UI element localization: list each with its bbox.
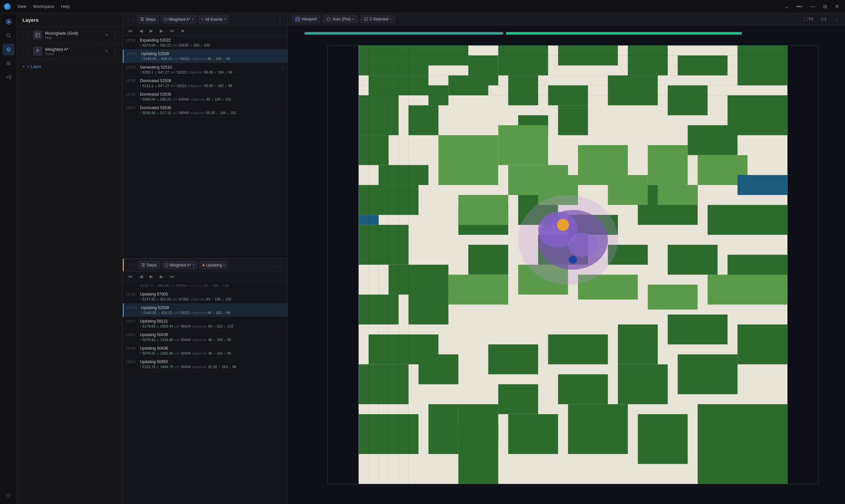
table-row[interactable]: 13755 Dominated 52508 f5113.1 g647.27 pl… (123, 76, 287, 90)
nav-graph-btn[interactable] (3, 71, 15, 83)
panel1-more-btn[interactable]: ⋮ (276, 16, 284, 23)
trace-rows-2: 5136.72 g985.55 pld67904 edgecost83 x188… (123, 282, 287, 504)
steps-icon-2: ☰ (141, 263, 145, 268)
layer-item-trace[interactable]: ⋮⋮ Weighted A* Trace ✕ ⋮ (17, 43, 122, 59)
svg-rect-55 (688, 125, 737, 155)
menu-workspace[interactable]: Workspace (33, 4, 54, 9)
panel2-more-btn[interactable]: ⋮ (276, 262, 284, 269)
events-label-2: Updating (206, 263, 222, 268)
ctrl-next-1[interactable]: ▶ (158, 27, 165, 34)
trace-more-btn[interactable]: ⋮ (111, 48, 119, 54)
row-content: Updating 52509 f5140.05 g628.22 pld53022… (141, 305, 285, 315)
map-canvas[interactable] (328, 45, 818, 484)
table-row[interactable]: 13771 Updating 58121 f5179.68 g2303.44 p… (123, 317, 287, 330)
collapse-btn[interactable]: ⌄ (782, 3, 791, 10)
table-row[interactable]: 13753 Updating 52509 f5140.05 g628.22 pl… (123, 304, 287, 317)
viewport-more-btn[interactable]: ⋮ (832, 16, 841, 23)
table-row[interactable]: 13796 Updating 50438 f5076.91 g1362.86 p… (123, 344, 287, 358)
ctrl-first-2[interactable]: ⏮ (126, 273, 135, 280)
close-btn[interactable]: ✕ (833, 3, 841, 10)
zoom-btn[interactable]: 1:1 (818, 16, 829, 23)
fit-btn[interactable]: ⛶ Fit (801, 16, 816, 23)
svg-rect-66 (488, 344, 538, 374)
table-row[interactable]: 13738 Updating 67905 f5137.82 g921.61 pl… (123, 290, 287, 304)
row-index: 13738 (125, 292, 140, 296)
step-input-2[interactable]: 13753 (179, 274, 196, 279)
svg-rect-73 (618, 364, 668, 404)
add-layer-button[interactable]: + + Layer (17, 61, 122, 72)
svg-rect-72 (558, 374, 608, 404)
ctrl-first-1[interactable]: ⏮ (126, 27, 135, 34)
viewport-toolbar: Viewport Auto (Pixi) ▾ 2 Selected ▾ ⛶ (288, 13, 845, 25)
svg-point-17 (327, 17, 330, 21)
table-row[interactable]: 13757 Dominated 53536 f5036.88 g517.16 p… (123, 104, 287, 117)
ctrl-next-2[interactable]: ▶ (158, 273, 165, 280)
table-row[interactable]: 5136.72 g985.55 pld67904 edgecost83 x188… (123, 282, 287, 290)
map-close-btn[interactable]: ✕ (103, 32, 110, 38)
panel1-drag-handle[interactable]: ⋮⋮ (126, 17, 135, 22)
menu-help[interactable]: Help (61, 4, 70, 9)
maximize-btn[interactable]: ⧉ (821, 3, 829, 10)
nav-home-btn[interactable] (3, 16, 15, 28)
panel2-drag-handle[interactable]: ⋮⋮ (127, 263, 136, 268)
svg-rect-75 (458, 404, 498, 444)
algo-icon-1: ⬡ (164, 17, 168, 22)
svg-rect-43 (498, 46, 548, 75)
steps-pill-1[interactable]: ☰ Steps (137, 15, 159, 23)
more-btn[interactable]: ••• (794, 3, 804, 10)
ctrl-stop-1[interactable]: ■ (179, 27, 186, 34)
timeline-bar-2 (506, 32, 742, 35)
ctrl-last-1[interactable]: ⏭ (168, 27, 177, 34)
steps-label-1: Steps (145, 17, 156, 22)
trace-close-btn[interactable]: ✕ (103, 48, 110, 54)
row-title: Generating 52510 (140, 65, 281, 70)
svg-rect-68 (618, 325, 658, 364)
table-row[interactable]: 13787 Updating 50439 f5076.91 g1316.86 p… (123, 330, 287, 344)
map-more-btn[interactable]: ⋮ (111, 32, 119, 38)
viewport-pill[interactable]: Viewport (292, 15, 320, 23)
events-pill-2[interactable]: ● Updating ▾ (199, 261, 228, 269)
svg-rect-36 (409, 285, 448, 325)
nav-settings-btn[interactable] (3, 489, 15, 501)
minimize-btn[interactable]: — (808, 3, 817, 10)
row-title: Updating 50950 (140, 360, 285, 364)
table-row[interactable]: 13753 Updating 52509 f5140.05 g628.22 pl… (123, 50, 287, 63)
drag-handle-map[interactable]: ⋮⋮ (21, 32, 30, 38)
svg-rect-93 (648, 285, 698, 310)
steps-pill-2[interactable]: ☰ Steps (138, 261, 160, 269)
step-input-1[interactable]: 13753 (189, 29, 205, 33)
row-data: f5103.78 g1454.79 pld50438 edgecost91.92… (140, 365, 285, 369)
table-row[interactable]: 13752 Expanding 53022 f5074.99 g582.22 p… (123, 36, 287, 50)
drag-handle-trace[interactable]: ⋮⋮ (21, 49, 30, 54)
map-layer-info: Moonglade (Grid) Map (45, 31, 101, 40)
svg-rect-25 (409, 105, 439, 135)
panels-area: ⋮⋮ ☰ Steps ⬡ Weighted A* ▾ ○ All Events … (123, 13, 288, 504)
svg-rect-26 (359, 135, 389, 165)
events-pill-1[interactable]: ○ All Events ▾ (198, 15, 229, 23)
ctrl-prev-1[interactable]: ◀ (137, 27, 145, 34)
ctrl-play-2[interactable]: ▶ (147, 273, 155, 280)
row-index: 13787 (125, 332, 140, 337)
layer-item-map[interactable]: ⋮⋮ Moonglade (Grid) Map ✕ ⋮ (17, 27, 122, 43)
algo-pill-2[interactable]: ⬡ Weighted A* ▾ (162, 261, 197, 269)
ctrl-last-2[interactable]: ⏭ (168, 273, 177, 280)
menu-view[interactable]: View (17, 4, 27, 9)
table-row[interactable]: 13754 Generating 52510 f5205.1 g647.27 p… (123, 63, 287, 76)
ctrl-prev-2[interactable]: ◀ (137, 273, 145, 280)
svg-point-2 (6, 34, 10, 37)
table-row[interactable]: 13756 Dominated 53535 f5009.94 g536.22 p… (123, 90, 287, 104)
ctrl-play-1[interactable]: ▶ (147, 27, 155, 34)
row-right: ◌ (281, 65, 285, 71)
svg-rect-41 (428, 404, 458, 454)
nav-search-btn[interactable] (3, 30, 15, 41)
map-svg (328, 46, 818, 484)
algo-pill-1[interactable]: ⬡ Weighted A* ▾ (161, 15, 196, 23)
nav-nodes-btn[interactable] (3, 57, 15, 69)
table-row[interactable]: 13803 Updating 50950 f5103.78 g1454.79 p… (123, 358, 287, 371)
row-content: Dominated 53535 f5009.94 g536.22 pld5404… (140, 92, 285, 101)
map-layer-type: Map (45, 36, 101, 40)
row-title: Updating 50439 (140, 332, 285, 337)
selected-pill[interactable]: 2 Selected ▾ (360, 15, 395, 23)
nav-layers-btn[interactable] (3, 43, 15, 55)
render-pill[interactable]: Auto (Pixi) ▾ (323, 15, 357, 23)
